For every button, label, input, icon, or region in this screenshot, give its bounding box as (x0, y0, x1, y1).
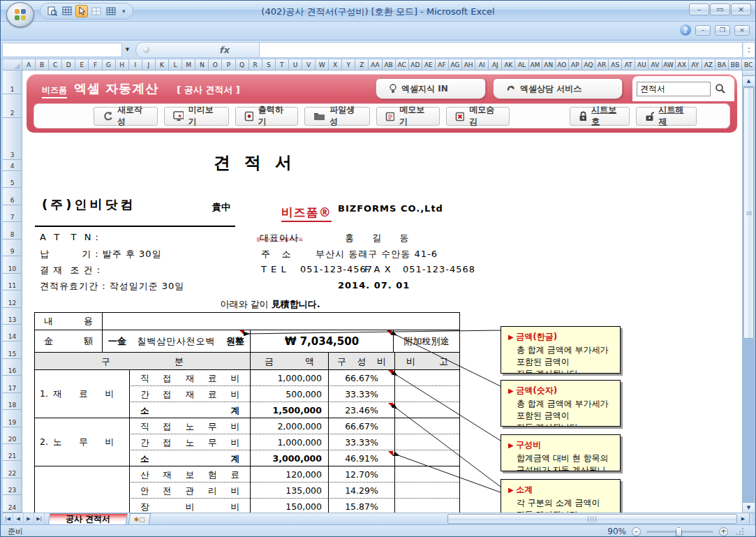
row-header-2[interactable]: 2 (3, 94, 22, 118)
column-header-Z[interactable]: Z (355, 59, 369, 70)
column-header-AZ[interactable]: AZ (702, 59, 716, 70)
horizontal-scrollbar[interactable]: |||| ▶ (447, 513, 755, 524)
row-header-6[interactable]: 6 (3, 188, 22, 205)
row-headers[interactable]: 123456789101112131415161718192021222324 (3, 71, 22, 513)
workbook-close-button[interactable]: × (734, 25, 750, 36)
preview-button[interactable]: 미리보기 (164, 107, 229, 126)
column-header-AU[interactable]: AU (635, 59, 648, 70)
table-row[interactable]: 소 계 3,000,000 46.91% (35, 450, 459, 466)
column-header-AD[interactable]: AD (409, 59, 422, 70)
vertical-scroll-track[interactable] (743, 339, 755, 502)
column-header-BB[interactable]: BB (729, 59, 742, 70)
name-box-dropdown-icon[interactable]: ▼ (122, 43, 133, 57)
row-header-12[interactable]: 12 (3, 290, 22, 307)
minimize-button[interactable]: – (689, 3, 709, 15)
column-header-AM[interactable]: AM (529, 59, 542, 70)
row-header-10[interactable]: 10 (3, 256, 22, 273)
column-header-N[interactable]: N (195, 59, 209, 70)
column-header-X[interactable]: X (329, 59, 342, 70)
column-header-AC[interactable]: AC (396, 59, 409, 70)
column-header-AQ[interactable]: AQ (582, 59, 595, 70)
column-header-C[interactable]: C (49, 59, 62, 70)
fx-icon[interactable]: fx (219, 45, 229, 55)
vertical-split-handle[interactable] (743, 71, 755, 76)
row-header-13[interactable]: 13 (3, 308, 22, 325)
formula-bar-expand-icon[interactable]: ⌄⌄ (743, 42, 755, 58)
row-header-22[interactable]: 22 (3, 461, 22, 478)
column-header-BC[interactable]: BC (742, 59, 755, 70)
excel-knowledge-tab[interactable]: 엑셀지식 IN (376, 78, 486, 99)
column-header-AJ[interactable]: AJ (489, 59, 502, 70)
column-header-AL[interactable]: AL (515, 59, 528, 70)
first-sheet-button[interactable]: |◀ (3, 513, 13, 524)
column-header-AR[interactable]: AR (595, 59, 609, 70)
table-row[interactable]: 1.재 료 비 간 접 재 료 비 500,000 33.33% (35, 385, 459, 402)
hide-memo-button[interactable]: 메모숨김 (446, 107, 510, 126)
formula-input[interactable] (260, 42, 743, 58)
row-header-15[interactable]: 15 (3, 341, 22, 358)
table-row[interactable]: 안 전 관 리 비 135,000 14.29% (35, 482, 459, 498)
row-header-5[interactable]: 5 (3, 171, 22, 188)
column-headers[interactable]: ABCDEFGHIJKLMNOPQRSTUVWXYZAAABACADAEAFAG… (3, 59, 755, 71)
prev-sheet-button[interactable]: ◀ (13, 513, 24, 524)
column-header-AK[interactable]: AK (502, 59, 515, 70)
column-header-AF[interactable]: AF (436, 59, 449, 70)
row-header-17[interactable]: 17 (3, 376, 22, 392)
row-header-9[interactable]: 9 (3, 240, 22, 256)
new-document-button[interactable]: 새로작성 (94, 107, 158, 126)
zoom-slider[interactable] (646, 531, 713, 533)
column-header-W[interactable]: W (316, 59, 329, 70)
column-header-AP[interactable]: AP (569, 59, 582, 70)
column-header-Y[interactable]: Y (342, 59, 355, 70)
column-header-AY[interactable]: AY (689, 59, 702, 70)
row-header-14[interactable]: 14 (3, 325, 22, 341)
row-header-23[interactable]: 23 (3, 478, 22, 495)
print-button[interactable]: 출력하기 (235, 107, 299, 126)
next-sheet-button[interactable]: ▶ (24, 513, 34, 524)
column-header-E[interactable]: E (75, 59, 89, 70)
column-header-AT[interactable]: AT (622, 59, 635, 70)
help-icon[interactable]: ? (680, 24, 691, 36)
column-header-AO[interactable]: AO (556, 59, 569, 70)
column-header-T[interactable]: T (276, 59, 289, 70)
column-header-AS[interactable]: AS (609, 59, 622, 70)
row-header-8[interactable]: 8 (3, 222, 22, 239)
row-header-24[interactable]: 24 (3, 495, 22, 512)
scroll-right-icon[interactable]: ▶ (737, 513, 749, 524)
column-header-G[interactable]: G (103, 59, 116, 70)
column-header-AX[interactable]: AX (676, 59, 689, 70)
column-header-AI[interactable]: AI (475, 59, 489, 70)
column-header-Q[interactable]: Q (236, 59, 249, 70)
row-header-1[interactable]: 1 (3, 71, 22, 94)
horizontal-split-handle[interactable] (749, 513, 755, 524)
column-header-AV[interactable]: AV (648, 59, 662, 70)
column-header-A[interactable]: A (22, 59, 36, 70)
row-header-3[interactable]: 3 (3, 118, 22, 160)
table-row[interactable]: 산 재 보 험 료 120,000 12.70% (35, 466, 459, 482)
excel-consult-tab[interactable]: 엑셀상담 서비스 (493, 78, 623, 99)
show-memo-button[interactable]: 메모보기 (376, 107, 440, 126)
column-header-U[interactable]: U (289, 59, 302, 70)
row-header-16[interactable]: 16 (3, 359, 22, 376)
column-header-K[interactable]: K (156, 59, 169, 70)
zoom-in-icon[interactable]: + (719, 527, 728, 536)
zoom-slider-thumb[interactable] (676, 527, 682, 536)
maximize-button[interactable]: ▭ (710, 3, 730, 15)
column-header-R[interactable]: R (249, 59, 262, 70)
column-header-L[interactable]: L (169, 59, 182, 70)
column-header-AB[interactable]: AB (383, 59, 396, 70)
column-header-AG[interactable]: AG (449, 59, 462, 70)
table-row[interactable]: 직 접 노 무 비 2,000,000 66.67% (35, 418, 459, 434)
scroll-up-icon[interactable]: ▲ (743, 76, 755, 87)
column-header-S[interactable]: S (262, 59, 276, 70)
table-row[interactable]: 소 계 1,500,000 23.46% (35, 402, 459, 418)
name-box[interactable] (2, 43, 122, 57)
workbook-restore-button[interactable]: ❐ (715, 25, 730, 36)
unprotect-sheet-button[interactable]: 시트해제 (636, 107, 697, 126)
column-header-AW[interactable]: AW (662, 59, 676, 70)
vertical-scroll-thumb[interactable] (743, 87, 754, 339)
zoom-level[interactable]: 90% (602, 527, 626, 536)
column-header-B[interactable]: B (36, 59, 49, 70)
column-header-V[interactable]: V (302, 59, 316, 70)
protect-sheet-button[interactable]: 시트보호 (570, 107, 630, 126)
